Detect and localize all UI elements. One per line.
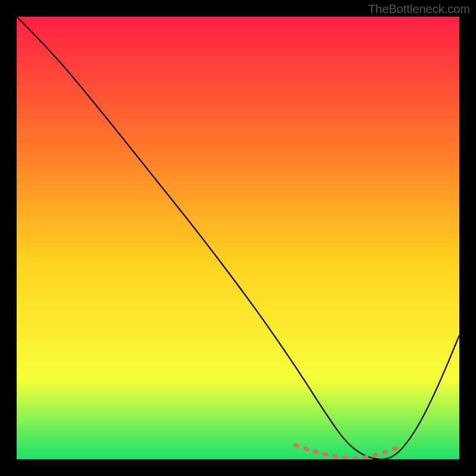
chart-container: TheBottleneck.com <box>0 0 476 476</box>
watermark-text: TheBottleneck.com <box>368 2 470 16</box>
plot-area <box>17 17 459 459</box>
gradient-background <box>17 17 459 459</box>
chart-svg <box>17 17 459 459</box>
